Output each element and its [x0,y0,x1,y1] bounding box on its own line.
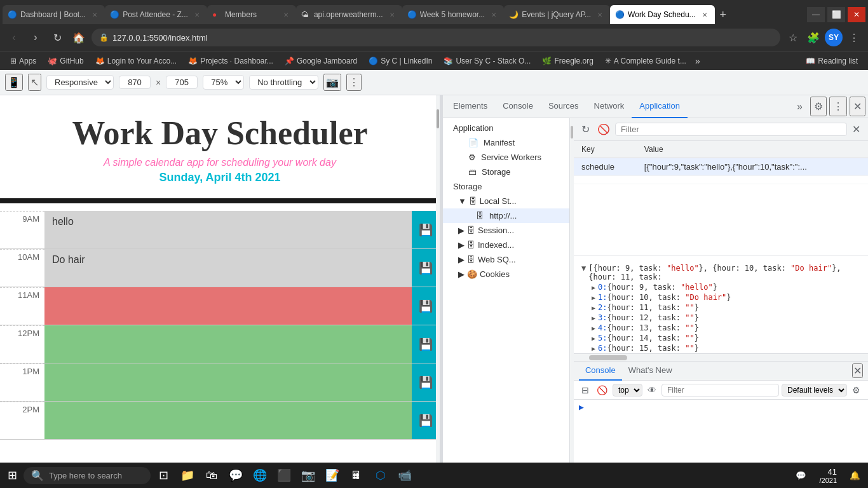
sidebar-cookies-group[interactable]: ▶ 🍪 Cookies [443,267,569,281]
task-area-9am[interactable]: hello [44,211,412,248]
taskbar-skype[interactable]: 💬 [224,464,247,487]
console-gear-button[interactable]: ⚙ [850,383,863,398]
console-eye-button[interactable]: 👁 [645,383,659,398]
task-area-11am[interactable] [44,287,412,325]
sidebar-scrollbar-thumb[interactable] [571,126,573,139]
home-button[interactable]: 🏠 [70,29,88,46]
google-account-button[interactable]: SY [825,29,843,46]
sidebar-section-application[interactable]: Application [443,121,569,135]
minimize-button[interactable]: — [807,7,825,22]
taskbar-action-center[interactable]: 🔔 [844,468,865,483]
close-button[interactable]: ✕ [848,7,865,22]
taskbar-chrome[interactable]: 🌐 [248,464,271,487]
tab-close-6[interactable]: ✕ [700,10,710,20]
console-filter-input[interactable] [661,384,779,396]
tab-1[interactable]: 🔵 Post Attendee - Z... ✕ [105,5,207,24]
horizontal-scrollbar[interactable] [574,353,868,361]
tab-close-3[interactable]: ✕ [387,10,397,20]
taskbar-task-view[interactable]: ⊡ [152,464,175,487]
maximize-button[interactable]: ⬜ [827,7,845,22]
table-row-empty[interactable] [574,176,868,184]
console-frame-select[interactable]: top [613,384,642,396]
taskbar-store[interactable]: 🛍 [200,464,223,487]
devtools-settings-button[interactable]: ⚙ [810,97,827,116]
bookmark-stackoverflow[interactable]: 📚 User Sy C - Stack O... [438,55,536,67]
devtools-vertical-dots[interactable]: ⋮ [829,97,847,116]
tab-close-2[interactable]: ✕ [281,10,291,20]
bookmark-apps[interactable]: ⊞ Apps [5,55,41,67]
item-2-expand[interactable]: ▶ [592,304,595,311]
bookmark-login[interactable]: 🦊 Login to Your Acco... [90,55,182,67]
filter-close-button[interactable]: ✕ [850,121,863,138]
bookmark-linkedin[interactable]: 🔵 Sy C | LinkedIn [363,55,437,67]
h-scrollbar-thumb[interactable] [589,355,627,360]
tab-4[interactable]: 🔵 Week 5 homewor... ✕ [402,5,505,24]
star-button[interactable]: ☆ [784,29,802,46]
extension-puzzle-icon[interactable]: 🧩 [804,29,822,46]
console-tab-whatsnew[interactable]: What's New [622,362,679,381]
tab-close-0[interactable]: ✕ [90,10,100,20]
item-3-expand[interactable]: ▶ [592,315,595,322]
zoom-select[interactable]: 75% [203,75,244,90]
start-button[interactable]: ⊞ [3,466,22,485]
webpage-scrollbar[interactable] [436,95,440,488]
new-tab-button[interactable]: + [715,8,732,22]
console-level-select[interactable]: Default levels [782,384,847,396]
sidebar-session-storage-group[interactable]: ▶ 🗄 Session... [443,223,569,238]
item-4-expand[interactable]: ▶ [592,325,595,332]
refresh-button[interactable]: ↻ [48,29,66,46]
taskbar-snagit[interactable]: 📷 [297,464,320,487]
sidebar-item-service-workers[interactable]: ⚙ Service Workers [443,150,569,165]
taskbar-explorer[interactable]: 📁 [176,464,199,487]
taskbar-calculator[interactable]: 🖩 [345,464,368,487]
url-bar[interactable]: 🔒 127.0.0.1:5500/index.html [92,29,780,46]
taskbar-search[interactable]: 🔍 Type here to search [24,467,151,484]
forward-button[interactable]: › [27,29,44,46]
taskbar-vscode[interactable]: ⬡ [369,464,392,487]
bookmark-jamboard[interactable]: 📌 Google Jamboard [280,55,362,67]
console-prompt[interactable]: ▶ [579,402,863,412]
sidebar-websql-group[interactable]: ▶ 🗄 Web SQ... [443,252,569,267]
task-area-10am[interactable]: Do hair [44,249,412,287]
tab-0[interactable]: 🔵 Dashboard | Boot... ✕ [3,5,105,24]
taskbar-word[interactable]: 📝 [321,464,344,487]
console-clear-button[interactable]: 🚫 [594,383,610,398]
console-tab-console[interactable]: Console [579,362,622,381]
task-area-1pm[interactable] [44,363,412,401]
reading-list-button[interactable]: 📖 Reading list [801,55,863,67]
tab-6[interactable]: 🔵 Work Day Schedu... ✕ [610,5,715,24]
mobile-toggle-button[interactable]: 📱 [5,74,23,91]
more-options-icon[interactable]: ⋮ [346,74,362,91]
sidebar-local-storage-group[interactable]: ▼ 🗄 Local St... [443,194,569,208]
sidebar-item-storage-overview[interactable]: 🗃 Storage [443,165,569,179]
tab-5[interactable]: 🌙 Events | jQuery AP... ✕ [504,5,610,24]
capture-screenshot-icon[interactable]: 📷 [323,74,341,91]
bookmark-guide[interactable]: ✳ A Complete Guide t... [600,55,691,67]
bookmark-github[interactable]: 🐙 GitHub [43,55,88,67]
scrollbar-thumb-webpage[interactable] [437,109,439,128]
sidebar-item-local-storage-url[interactable]: 🗄 http://... [443,208,569,223]
taskbar-zoom[interactable]: 📹 [393,464,416,487]
tab-close-1[interactable]: ✕ [192,10,202,20]
item-5-expand[interactable]: ▶ [592,335,595,342]
width-input[interactable] [119,76,151,89]
sidebar-indexeddb-group[interactable]: ▶ 🗄 Indexed... [443,238,569,252]
more-options-button[interactable]: ⋮ [845,29,863,46]
throttle-select[interactable]: No throttling [249,75,318,90]
pointer-icon[interactable]: ↖ [28,74,41,91]
console-sidebar-button[interactable]: ⊟ [579,383,592,398]
devtools-tab-more[interactable]: » [792,101,808,112]
tab-close-5[interactable]: ✕ [595,10,605,20]
table-row-schedule[interactable]: schedule [{"hour":9,"task":"hello"},{"ho… [574,158,868,176]
back-button[interactable]: ‹ [5,29,23,46]
filter-clear-button[interactable]: 🚫 [595,121,613,138]
devtools-close-button[interactable]: ✕ [850,97,865,116]
filter-input[interactable] [615,123,847,136]
taskbar-notify-button[interactable]: 💬 [790,468,811,483]
devtools-tab-console[interactable]: Console [495,95,541,118]
bookmark-freegle[interactable]: 🌿 Freegle.org [537,55,598,67]
tab-3[interactable]: 🌤 api.openweatherm... ✕ [296,5,402,24]
filter-refresh-button[interactable]: ↻ [579,121,592,138]
item-0-expand[interactable]: ▶ [592,284,595,291]
height-input[interactable] [166,76,198,89]
